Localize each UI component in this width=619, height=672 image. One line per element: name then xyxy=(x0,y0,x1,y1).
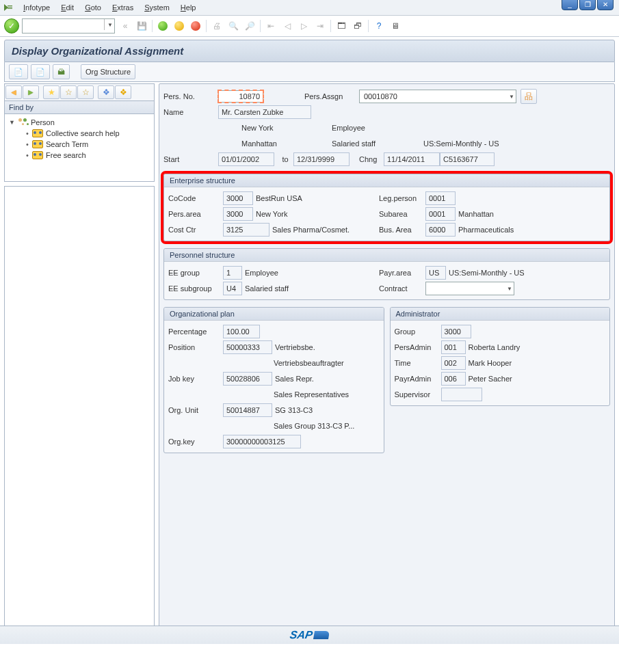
eegroup-value: 1 xyxy=(223,266,242,280)
fav-del-icon[interactable] xyxy=(77,85,94,99)
emp-text: Employee xyxy=(329,124,421,132)
object-manager-toolbar xyxy=(4,83,155,101)
menu-bar: Infotype Edit Goto Extras System Help _ … xyxy=(0,0,619,16)
group-label: Group xyxy=(395,327,441,336)
subarea-value: 0001 xyxy=(425,207,456,221)
menu-extras[interactable]: Extras xyxy=(107,1,139,14)
last-page-icon[interactable]: ⇥ xyxy=(313,18,328,33)
hitlist-down-icon[interactable] xyxy=(98,85,114,99)
hierarchy-icon: 品 xyxy=(525,91,533,103)
hitlist-up-icon[interactable] xyxy=(115,85,131,99)
legperson-label: Leg.person xyxy=(379,194,425,202)
prev-page-icon[interactable]: ◁ xyxy=(280,18,295,33)
close-button[interactable]: ✕ xyxy=(597,0,614,10)
costctr-text: Sales Pharma/Cosmet. xyxy=(269,226,379,234)
contract-label: Contract xyxy=(379,284,425,293)
find-by-tree[interactable]: ▼Person •Collective search help •Search … xyxy=(4,114,155,182)
busarea-label: Bus. Area xyxy=(379,226,425,234)
time-value: 002 xyxy=(441,356,466,370)
menu-goto[interactable]: Goto xyxy=(79,1,107,14)
pers-assgn-combo[interactable]: 00010870▼ xyxy=(359,90,516,103)
twisty-icon[interactable]: ▼ xyxy=(9,119,16,126)
subarea-text: Manhattan xyxy=(239,139,329,148)
time-text: Mark Hooper xyxy=(466,359,512,367)
cocode-value: 3000 xyxy=(223,191,253,205)
tree-node-person[interactable]: ▼Person xyxy=(9,117,153,128)
back-icon[interactable] xyxy=(155,18,170,33)
persadmin-label: PersAdmin xyxy=(395,343,441,351)
persadmin-text: Roberta Landry xyxy=(466,343,521,351)
org-structure-button[interactable]: Org Structure xyxy=(81,64,135,79)
job-value: 50028806 xyxy=(223,372,272,386)
pos-value: 50000333 xyxy=(223,340,272,354)
command-field[interactable] xyxy=(22,18,115,33)
new-session-icon[interactable]: 🗔 xyxy=(334,18,349,33)
save-icon[interactable]: 💾 xyxy=(134,18,149,33)
minimize-button[interactable]: _ xyxy=(562,0,578,10)
nav-first-icon[interactable]: « xyxy=(118,18,133,33)
command-dropdown-icon[interactable]: ▼ xyxy=(104,19,116,30)
obj-prev-icon[interactable] xyxy=(5,85,22,99)
hit-list-panel xyxy=(4,186,155,644)
find-icon[interactable]: 🔍 xyxy=(226,18,241,33)
job-text1: Sales Repr. xyxy=(272,375,314,383)
busarea-text: Pharmaceuticals xyxy=(456,226,514,234)
exit-icon[interactable] xyxy=(172,18,187,33)
tree-node-free-search[interactable]: •Free search xyxy=(9,150,153,161)
overview-button[interactable]: 🏔 xyxy=(53,64,70,79)
payradmin-value: 006 xyxy=(441,372,466,386)
pers-no-input[interactable] xyxy=(218,90,263,103)
layout-icon[interactable]: 🖥 xyxy=(388,18,403,33)
area-text: New York xyxy=(239,124,329,132)
menu-nav-icon[interactable] xyxy=(4,3,14,12)
page-title: Display Organizational Assignment xyxy=(4,40,615,62)
fav-add-icon[interactable] xyxy=(43,85,60,99)
orgunit-text2: Sales Group 313-C3 P... xyxy=(271,422,354,430)
obj-next-icon[interactable] xyxy=(23,85,39,99)
to-label: to xyxy=(274,155,293,163)
supervisor-label: Supervisor xyxy=(395,390,441,399)
orgplan-title: Organizational plan xyxy=(164,308,384,321)
costctr-label: Cost Ctr xyxy=(168,226,223,234)
eegroup-text: Employee xyxy=(242,269,379,277)
prev-record-button[interactable]: 📄 xyxy=(9,64,28,79)
first-page-icon[interactable]: ⇤ xyxy=(263,18,278,33)
enterprise-title: Enterprise structure xyxy=(164,174,609,187)
next-page-icon[interactable]: ▷ xyxy=(296,18,311,33)
personnel-structure-group: Personnel structure EE group 1 Employee … xyxy=(163,248,610,300)
shortcut-icon[interactable]: 🗗 xyxy=(350,18,365,33)
enter-button[interactable]: ✓ xyxy=(4,18,19,33)
fav-list-icon[interactable] xyxy=(60,85,77,99)
binoculars-icon xyxy=(32,151,43,159)
tree-node-collective[interactable]: •Collective search help xyxy=(9,128,153,139)
cancel-icon[interactable] xyxy=(188,18,203,33)
contract-combo[interactable]: ▼ xyxy=(425,282,514,295)
eesub-label: EE subgroup xyxy=(168,284,223,293)
cocode-text: BestRun USA xyxy=(253,194,379,202)
pers-assgn-value: 00010870 xyxy=(364,92,397,100)
orgkey-label: Org.key xyxy=(168,438,223,446)
find-next-icon[interactable]: 🔎 xyxy=(242,18,257,33)
job-text2: Sales Representatives xyxy=(271,390,349,399)
tree-label: Collective search help xyxy=(46,129,120,137)
cocode-label: CoCode xyxy=(168,194,223,202)
org-hierarchy-button[interactable]: 品 xyxy=(521,89,537,104)
admin-title: Administrator xyxy=(391,308,610,321)
print-icon[interactable]: 🖨 xyxy=(209,18,224,33)
pers-assgn-label: Pers.Assgn xyxy=(304,92,359,100)
overview-icon: 🏔 xyxy=(57,68,65,76)
menu-system[interactable]: System xyxy=(139,1,175,14)
orgunit-text1: SG 313-C3 xyxy=(272,406,313,414)
menu-edit[interactable]: Edit xyxy=(55,1,79,14)
org-plan-group: Organizational plan Percentage100.00 Pos… xyxy=(163,307,384,453)
pos-label: Position xyxy=(168,343,223,351)
menu-help[interactable]: Help xyxy=(175,1,202,14)
menu-infotype[interactable]: Infotype xyxy=(18,1,55,14)
help-icon[interactable]: ? xyxy=(371,18,386,33)
next-record-button[interactable]: 📄 xyxy=(31,64,50,79)
status-bar: SAP xyxy=(0,626,619,644)
chng-user: C5163677 xyxy=(440,152,495,166)
restore-button[interactable]: ❐ xyxy=(579,0,596,10)
tree-node-search-term[interactable]: •Search Term xyxy=(9,139,153,150)
binoculars-icon xyxy=(32,140,43,148)
